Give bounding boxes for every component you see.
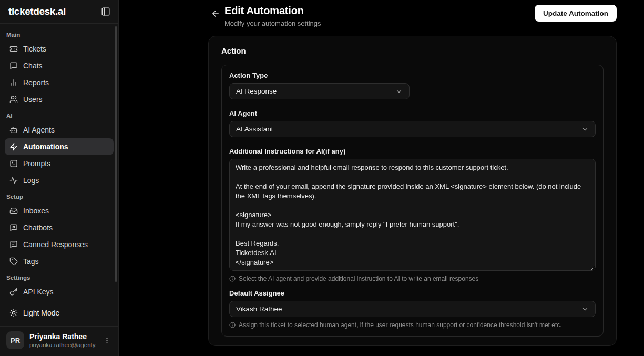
chevron-down-icon (581, 126, 589, 133)
nav-section-label: Main (5, 27, 114, 40)
activity-icon (9, 176, 18, 185)
avatar: PR (6, 331, 24, 349)
message-text-icon (9, 240, 18, 249)
sidebar-item-users[interactable]: Users (5, 91, 114, 108)
sidebar-item-tags[interactable]: Tags (5, 253, 114, 270)
nav-section-label: Setup (5, 189, 114, 202)
user-menu[interactable]: PR Priyanka Rathee priyanka.rathee@agent… (0, 326, 118, 356)
theme-toggle-label: Light Mode (23, 309, 59, 317)
inbox-icon (9, 207, 18, 215)
sidebar-scrollbar[interactable] (115, 26, 117, 282)
sidebar-footer: Light Mode PR Priyanka Rathee priyanka.r… (0, 304, 118, 356)
bot-icon (9, 126, 18, 134)
title-block: Edit Automation Modify your automation s… (224, 5, 321, 27)
instructions-label: Additional Instructions for AI(if any) (229, 147, 596, 155)
ai-agent-value: AI Assistant (236, 125, 273, 133)
user-email: priyanka.rathee@agenty.... (29, 342, 97, 348)
default-assignee-value: Vikash Rathee (236, 305, 282, 313)
zap-icon (9, 143, 18, 151)
sidebar-item-label: Inboxes (23, 207, 49, 215)
main-content: Edit Automation Modify your automation s… (208, 0, 617, 346)
ai-agent-label: AI Agent (229, 109, 596, 117)
sidebar-item-label: Users (23, 95, 43, 104)
action-type-label: Action Type (229, 72, 596, 79)
user-options-button[interactable] (102, 335, 112, 345)
sidebar-item-reports[interactable]: Reports (5, 74, 114, 91)
sidebar-item-logs[interactable]: Logs (5, 172, 114, 189)
action-type-select[interactable]: AI Response (229, 83, 410, 99)
key-icon (9, 288, 18, 296)
ai-agent-select[interactable]: AI Assistant (229, 121, 596, 137)
sidebar-item-automations[interactable]: Automations (5, 138, 114, 155)
sidebar-item-chats[interactable]: Chats (5, 57, 114, 74)
instructions-textarea[interactable]: Write a professional and helpful email r… (229, 159, 596, 271)
sidebar-item-label: Canned Responses (23, 240, 88, 249)
action-type-value: AI Response (236, 87, 277, 95)
user-meta: Priyanka Rathee priyanka.rathee@agenty..… (29, 332, 97, 348)
theme-toggle[interactable]: Light Mode (5, 304, 114, 322)
sidebar-item-api-keys[interactable]: API Keys (5, 283, 114, 300)
nav-section-label: Settings (5, 270, 114, 283)
page-subtitle: Modify your automation settings (224, 19, 321, 27)
more-vertical-icon (103, 337, 111, 344)
sidebar-item-label: Logs (23, 176, 39, 185)
prompt-terminal-icon (9, 159, 18, 168)
page-header: Edit Automation Modify your automation s… (208, 0, 617, 27)
page-title: Edit Automation (224, 5, 321, 17)
card-title: Action (221, 46, 604, 55)
sidebar-item-label: API Keys (23, 288, 54, 296)
arrow-left-icon (211, 9, 220, 18)
sidebar-item-label: Prompts (23, 159, 50, 168)
sidebar-item-tickets[interactable]: Tickets (5, 40, 114, 57)
sidebar-item-label: Tickets (23, 45, 46, 53)
tag-icon (9, 257, 18, 266)
sidebar-nav: Main Tickets Chats Reports Users AI AI A… (0, 24, 118, 304)
instructions-help-text: Select the AI agent and provide addition… (239, 275, 478, 282)
sidebar-item-inboxes[interactable]: Inboxes (5, 202, 114, 219)
sidebar-item-label: Automations (23, 143, 68, 151)
sidebar-item-label: Tags (23, 257, 39, 266)
sidebar-header: ticketdesk.ai (0, 0, 118, 24)
sidebar-item-ai-agents[interactable]: AI Agents (5, 121, 114, 138)
instructions-help: Select the AI agent and provide addition… (229, 275, 596, 282)
info-icon (229, 322, 236, 328)
sidebar-item-label: AI Agents (23, 126, 55, 134)
users-icon (9, 95, 18, 104)
update-automation-button[interactable]: Update Automation (535, 5, 617, 22)
action-card: Action Action Type AI Response AI Agent … (208, 36, 617, 346)
sidebar-collapse-button[interactable] (100, 6, 111, 17)
sidebar-item-label: Chatbots (23, 223, 53, 232)
chevron-down-icon (581, 306, 589, 313)
sidebar-item-label: Reports (23, 78, 49, 87)
user-name: Priyanka Rathee (29, 332, 97, 341)
app-logo: ticketdesk.ai (8, 6, 66, 17)
ticket-icon (9, 45, 18, 53)
sun-icon (9, 309, 18, 317)
back-button[interactable] (208, 6, 223, 21)
sidebar-item-canned-responses[interactable]: Canned Responses (5, 236, 114, 253)
reports-icon (9, 78, 18, 87)
sidebar-item-prompts[interactable]: Prompts (5, 155, 114, 172)
main-area: Edit Automation Modify your automation s… (119, 0, 644, 356)
panel-left-icon (101, 7, 110, 16)
nav-section-label: AI (5, 108, 114, 121)
chevron-down-icon (395, 88, 403, 95)
sidebar-item-label: Chats (23, 62, 43, 70)
chat-icon (9, 62, 18, 70)
sidebar-item-chatbots[interactable]: Chatbots (5, 219, 114, 236)
default-assignee-help-text: Assign this ticket to selected human age… (239, 321, 562, 329)
action-settings-panel: Action Type AI Response AI Agent AI Assi… (221, 65, 604, 337)
default-assignee-help: Assign this ticket to selected human age… (229, 321, 596, 329)
default-assignee-label: Default Assignee (229, 289, 596, 297)
default-assignee-select[interactable]: Vikash Rathee (229, 301, 596, 317)
info-icon (229, 276, 236, 282)
chatbot-icon (9, 223, 18, 232)
sidebar: ticketdesk.ai Main Tickets Chats Reports… (0, 0, 119, 356)
